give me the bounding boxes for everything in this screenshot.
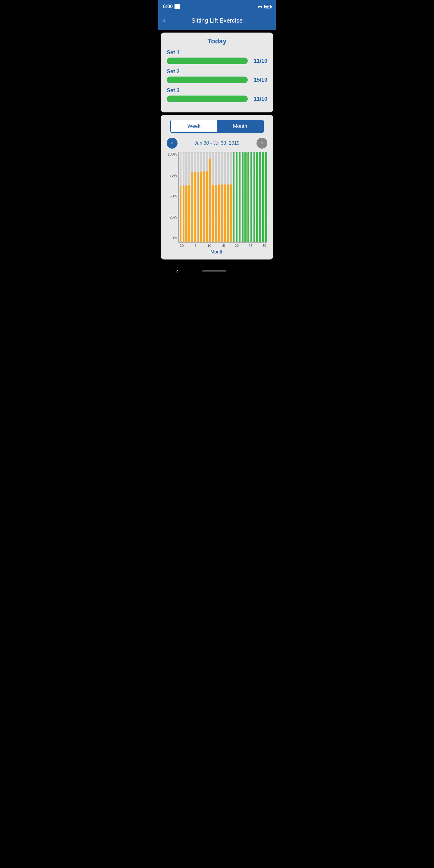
x-label-20 [227,244,234,247]
tab-month[interactable]: Month [217,120,263,132]
x-label-25 [241,244,247,247]
set-2-label: Set 2 [167,68,267,75]
bar-fill-25 [253,152,255,242]
header: ‹ Sitting Lift Exercise [158,13,276,30]
bar-fill-11 [212,185,214,242]
wifi-icon: ▾▾ [258,4,262,10]
bar-fill-17 [230,184,231,242]
bar-col-8 [203,152,205,242]
bar-fill-14 [221,184,223,242]
bar-fill-12 [215,185,217,242]
bar-col-28 [262,152,264,242]
bar-fill-26 [256,152,258,242]
bar-fill-0 [180,186,181,242]
bar-fill-5 [194,172,196,242]
bar-col-4 [191,152,193,242]
status-icons: ▾▾ [258,4,271,10]
bottom-nav: ‹ [158,262,276,280]
x-label-20v: 20 [234,244,240,247]
bar-col-25 [253,152,255,242]
status-time: 6:00 [163,4,180,9]
prev-period-button[interactable]: ‹ [167,138,178,149]
y-label-75: 75% [167,173,178,178]
bar-col-9 [206,152,208,242]
x-label-15 [214,244,220,247]
date-navigation: ‹ Jun 30 - Jul 30, 2019 › [167,138,267,149]
bar-col-26 [256,152,258,242]
set-2-row: 15/10 [167,76,267,83]
back-button[interactable]: ‹ [163,17,165,24]
y-label-25: 25% [167,215,178,219]
bar-fill-9 [206,171,208,242]
chart-container: 100% 75% 50% 25% 0% [167,152,267,247]
battery-icon [264,5,271,8]
set-3-row: 11/10 [167,96,267,102]
set-3-progress-bg [167,96,248,102]
x-label-5v: 5 [193,244,198,247]
bar-col-29 [265,152,267,242]
bar-col-3 [188,152,190,242]
today-card: Today Set 1 11/10 Set 2 15/10 Set 3 11/1… [161,33,273,113]
set-3-label: Set 3 [167,87,267,94]
x-label-5 [186,244,192,247]
tab-week[interactable]: Week [171,120,217,132]
x-label-30: 30 [179,244,185,247]
bar-fill-24 [250,152,252,242]
home-indicator[interactable] [202,270,226,272]
bar-fill-22 [244,152,246,242]
bar-fill-28 [262,152,264,242]
bar-fill-15 [224,184,226,242]
chart-area: 100% 75% 50% 25% 0% [164,152,270,255]
chart-card: Week Month ‹ Jun 30 - Jul 30, 2019 › 100… [161,115,273,259]
date-range: Jun 30 - Jul 30, 2019 [194,141,239,146]
bars-wrapper [178,152,267,243]
bar-col-18 [232,152,235,242]
x-label-10v: 10 [206,244,212,247]
bar-col-11 [212,152,214,242]
y-label-0: 0% [167,236,178,240]
bar-fill-8 [203,171,205,242]
set-1-row: 11/10 [167,58,267,64]
bar-col-16 [227,152,229,242]
bar-fill-29 [265,152,267,242]
y-axis: 100% 75% 50% 25% 0% [167,152,178,247]
x-label-25v: 25 [247,244,253,247]
x-label-30ev: 30 [261,244,267,247]
set-2-progress-bg [167,76,248,83]
y-label-100: 100% [167,152,178,156]
bar-col-23 [247,152,250,242]
bar-col-21 [241,152,244,242]
next-period-button[interactable]: › [256,138,267,149]
x-axis: 30 5 10 15 20 25 30 [178,244,267,247]
bar-col-7 [200,152,203,242]
bar-fill-6 [197,172,199,242]
set-3-score: 11/10 [251,96,267,102]
bar-fill-2 [185,185,187,242]
bar-fill-7 [200,172,202,242]
set-1-progress-fill [167,58,248,64]
bar-col-0 [179,152,182,242]
bar-fill-19 [236,152,238,242]
bar-fill-21 [242,152,244,242]
bar-col-5 [194,152,196,242]
bar-col-27 [259,152,261,242]
y-label-50: 50% [167,194,178,198]
bar-col-20 [239,152,241,242]
bar-fill-13 [218,184,220,242]
bar-fill-20 [239,152,241,242]
page-title: Sitting Lift Exercise [170,17,264,24]
set-3-progress-fill [167,96,248,102]
bar-fill-10 [209,158,211,242]
bar-col-13 [218,152,220,242]
chart-tabs: Week Month [170,120,264,133]
set-1-label: Set 1 [167,50,267,56]
system-back-button[interactable]: ‹ [176,268,178,274]
bar-fill-27 [259,152,261,242]
bar-col-19 [236,152,238,242]
bar-fill-1 [183,185,184,242]
x-label-10 [200,244,206,247]
bar-fill-18 [233,152,235,242]
status-icon [175,4,180,9]
set-1-progress-bg [167,58,248,64]
bar-col-22 [244,152,247,242]
